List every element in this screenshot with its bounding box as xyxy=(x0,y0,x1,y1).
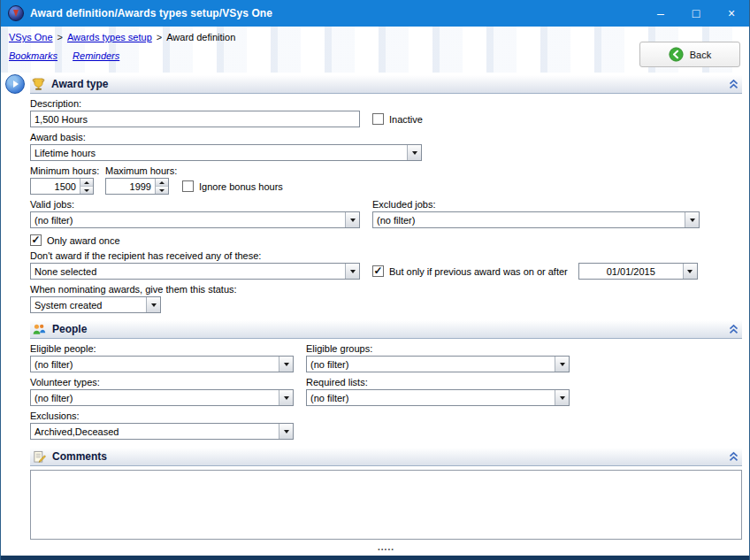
chevron-double-up-icon xyxy=(729,451,739,462)
people-icon xyxy=(32,323,46,336)
max-hours-value: 1999 xyxy=(106,179,155,194)
trophy-icon xyxy=(32,77,45,91)
spinner-up-icon[interactable] xyxy=(156,179,168,187)
spinner-down-icon[interactable] xyxy=(80,187,93,194)
valid-jobs-select[interactable]: (no filter) xyxy=(30,211,360,228)
side-expand-button[interactable] xyxy=(5,74,25,94)
eligible-people-select[interactable]: (no filter) xyxy=(30,356,294,372)
back-button-label: Back xyxy=(690,50,711,60)
dropdown-arrow-icon[interactable] xyxy=(146,297,160,312)
collapse-award-type-button[interactable] xyxy=(729,79,739,89)
arrow-right-icon xyxy=(13,81,19,88)
dropdown-arrow-icon[interactable] xyxy=(407,145,421,160)
excluded-jobs-value: (no filter) xyxy=(373,212,685,227)
app-window: Award definition/Awards types setup/VSys… xyxy=(0,0,750,560)
reminders-link[interactable]: Reminders xyxy=(73,50,119,61)
comments-textarea[interactable] xyxy=(30,470,742,540)
dropdown-arrow-icon[interactable] xyxy=(279,390,293,405)
breadcrumb-link-awards-types-setup[interactable]: Awards types setup xyxy=(67,32,152,42)
status-select[interactable]: System created xyxy=(30,296,161,313)
spinner-down-icon[interactable] xyxy=(156,187,168,194)
prev-award-date-select[interactable]: 01/01/2015 xyxy=(578,263,698,280)
window-titlebar: Award definition/Awards types setup/VSys… xyxy=(1,0,749,27)
chevron-double-up-icon xyxy=(729,79,739,89)
inactive-label[interactable]: Inactive xyxy=(389,114,423,125)
top-band: VSys One>Awards types setup>Award defini… xyxy=(1,27,749,73)
award-basis-value: Lifetime hours xyxy=(31,145,407,160)
breadcrumb-link-vsys-one[interactable]: VSys One xyxy=(9,32,53,42)
eligible-people-label: Eligible people: xyxy=(30,343,306,354)
inactive-checkbox[interactable] xyxy=(372,113,384,125)
section-title-award-type: Award type xyxy=(51,78,108,90)
collapse-people-button[interactable] xyxy=(729,324,739,334)
min-hours-value: 1500 xyxy=(31,179,80,194)
volunteer-types-select[interactable]: (no filter) xyxy=(30,389,294,406)
status-label: When nominating awards, give them this s… xyxy=(30,284,742,295)
prev-award-label[interactable]: But only if previous award was on or aft… xyxy=(389,266,568,277)
excluded-jobs-select[interactable]: (no filter) xyxy=(372,211,700,228)
dont-award-value: None selected xyxy=(31,264,345,279)
only-award-once-label[interactable]: Only award once xyxy=(47,235,120,246)
window-title: Award definition/Awards types setup/VSys… xyxy=(30,7,272,19)
breadcrumb: VSys One>Awards types setup>Award defini… xyxy=(1,27,749,42)
dropdown-arrow-icon[interactable] xyxy=(279,424,293,439)
valid-jobs-label: Valid jobs: xyxy=(30,199,372,210)
volunteer-types-label: Volunteer types: xyxy=(30,377,306,387)
bookmarks-link[interactable]: Bookmarks xyxy=(9,50,57,61)
required-lists-value: (no filter) xyxy=(307,390,555,405)
exclusions-select[interactable]: Archived,Deceased xyxy=(30,423,294,440)
app-icon xyxy=(8,5,24,21)
dropdown-arrow-icon[interactable] xyxy=(555,390,569,405)
breadcrumb-separator: > xyxy=(57,32,63,42)
award-basis-label: Award basis: xyxy=(30,132,742,142)
volunteer-types-value: (no filter) xyxy=(31,390,279,405)
section-title-comments: Comments xyxy=(52,450,107,463)
resize-grip[interactable]: ..... xyxy=(30,544,742,551)
section-title-people: People xyxy=(52,323,87,335)
dropdown-arrow-icon[interactable] xyxy=(555,357,569,372)
required-lists-select[interactable]: (no filter) xyxy=(306,389,570,406)
section-header-comments: Comments xyxy=(30,448,742,466)
dropdown-arrow-icon[interactable] xyxy=(685,212,699,227)
dropdown-arrow-icon[interactable] xyxy=(683,264,697,279)
ignore-bonus-label[interactable]: Ignore bonus hours xyxy=(199,181,283,192)
eligible-groups-value: (no filter) xyxy=(307,357,555,372)
dont-award-select[interactable]: None selected xyxy=(30,263,360,280)
max-hours-label: Maximum hours: xyxy=(105,165,177,176)
window-controls: – □ × xyxy=(643,0,749,27)
exclusions-value: Archived,Deceased xyxy=(31,424,279,439)
description-label: Description: xyxy=(30,98,742,109)
dropdown-arrow-icon[interactable] xyxy=(345,212,359,227)
max-hours-stepper[interactable]: 1999 xyxy=(105,178,169,195)
back-icon xyxy=(669,47,684,62)
breadcrumb-separator: > xyxy=(157,32,162,42)
required-lists-label: Required lists: xyxy=(306,377,368,387)
min-hours-stepper[interactable]: 1500 xyxy=(30,178,94,195)
main-form: Award type Description: 1,500 Hours Inac… xyxy=(1,75,749,551)
spinner-buttons xyxy=(80,179,93,194)
exclusions-label: Exclusions: xyxy=(30,410,742,421)
close-button[interactable]: × xyxy=(714,0,749,27)
bottom-strip xyxy=(1,556,749,560)
section-header-award-type: Award type xyxy=(30,75,742,94)
minimize-button[interactable]: – xyxy=(643,0,678,27)
only-award-once-checkbox[interactable] xyxy=(30,234,42,246)
award-basis-select[interactable]: Lifetime hours xyxy=(30,144,422,161)
excluded-jobs-label: Excluded jobs: xyxy=(372,199,436,210)
eligible-people-value: (no filter) xyxy=(31,357,279,372)
ignore-bonus-checkbox[interactable] xyxy=(182,180,194,192)
description-input[interactable]: 1,500 Hours xyxy=(30,111,360,127)
dropdown-arrow-icon[interactable] xyxy=(279,357,293,372)
spinner-up-icon[interactable] xyxy=(80,179,93,187)
prev-award-checkbox[interactable] xyxy=(372,265,384,277)
collapse-comments-button[interactable] xyxy=(729,451,739,462)
valid-jobs-value: (no filter) xyxy=(31,212,345,227)
eligible-groups-select[interactable]: (no filter) xyxy=(306,356,570,372)
eligible-groups-label: Eligible groups: xyxy=(306,343,372,354)
maximize-button[interactable]: □ xyxy=(678,0,714,27)
status-value: System created xyxy=(31,297,146,312)
back-button[interactable]: Back xyxy=(639,42,740,67)
dropdown-arrow-icon[interactable] xyxy=(345,264,359,279)
comments-icon xyxy=(32,450,46,464)
prev-award-date-value: 01/01/2015 xyxy=(579,264,683,279)
